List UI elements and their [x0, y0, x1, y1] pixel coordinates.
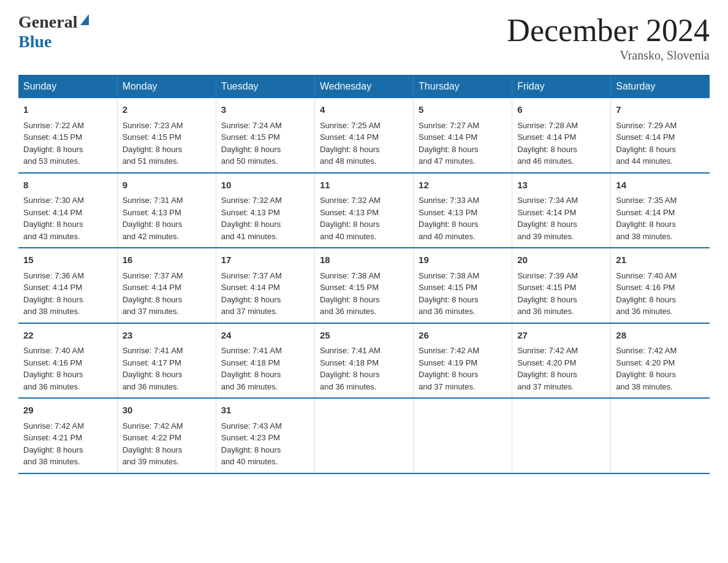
day-number: 8	[23, 178, 112, 193]
calendar-cell: 24 Sunrise: 7:41 AMSunset: 4:18 PMDaylig…	[216, 323, 314, 399]
calendar-cell: 2 Sunrise: 7:23 AMSunset: 4:15 PMDayligh…	[117, 98, 216, 173]
calendar-cell: 5 Sunrise: 7:27 AMSunset: 4:14 PMDayligh…	[414, 98, 512, 173]
day-number: 11	[320, 178, 408, 193]
calendar-cell: 25 Sunrise: 7:41 AMSunset: 4:18 PMDaylig…	[314, 323, 413, 399]
day-info: Sunrise: 7:41 AMSunset: 4:17 PMDaylight:…	[123, 346, 183, 391]
day-number: 13	[517, 178, 605, 193]
day-number: 12	[419, 178, 507, 193]
logo-blue-text: Blue	[18, 32, 51, 51]
day-info: Sunrise: 7:42 AMSunset: 4:22 PMDaylight:…	[123, 421, 183, 467]
day-info: Sunrise: 7:38 AMSunset: 4:15 PMDaylight:…	[320, 271, 381, 316]
calendar-cell: 4 Sunrise: 7:25 AMSunset: 4:14 PMDayligh…	[314, 98, 413, 173]
logo: General Blue	[18, 12, 89, 52]
calendar-cell: 29 Sunrise: 7:42 AMSunset: 4:21 PMDaylig…	[18, 398, 117, 473]
calendar-cell	[314, 398, 413, 473]
day-number: 25	[320, 329, 408, 343]
weekday-header-tuesday: Tuesday	[216, 75, 314, 98]
day-number: 7	[616, 103, 705, 117]
day-info: Sunrise: 7:27 AMSunset: 4:14 PMDaylight:…	[419, 121, 479, 166]
day-number: 20	[517, 253, 605, 267]
calendar-cell	[414, 398, 512, 473]
day-info: Sunrise: 7:41 AMSunset: 4:18 PMDaylight:…	[221, 346, 282, 391]
day-info: Sunrise: 7:30 AMSunset: 4:14 PMDaylight:…	[23, 196, 84, 241]
calendar-cell: 3 Sunrise: 7:24 AMSunset: 4:15 PMDayligh…	[216, 98, 314, 173]
calendar-cell: 15 Sunrise: 7:36 AMSunset: 4:14 PMDaylig…	[18, 248, 117, 323]
calendar-cell: 23 Sunrise: 7:41 AMSunset: 4:17 PMDaylig…	[117, 323, 216, 399]
day-info: Sunrise: 7:40 AMSunset: 4:16 PMDaylight:…	[616, 271, 677, 316]
weekday-header-friday: Friday	[512, 75, 611, 98]
day-info: Sunrise: 7:28 AMSunset: 4:14 PMDaylight:…	[517, 121, 578, 166]
page-header: General Blue December 2024 Vransko, Slov…	[18, 12, 710, 63]
calendar-cell: 11 Sunrise: 7:32 AMSunset: 4:13 PMDaylig…	[314, 173, 413, 248]
calendar-cell: 30 Sunrise: 7:42 AMSunset: 4:22 PMDaylig…	[117, 398, 216, 473]
day-number: 6	[517, 103, 605, 117]
calendar-cell: 6 Sunrise: 7:28 AMSunset: 4:14 PMDayligh…	[512, 98, 611, 173]
location-label: Vransko, Slovenia	[507, 48, 710, 63]
calendar-cell: 21 Sunrise: 7:40 AMSunset: 4:16 PMDaylig…	[611, 248, 710, 323]
day-number: 16	[123, 253, 211, 267]
calendar-cell: 7 Sunrise: 7:29 AMSunset: 4:14 PMDayligh…	[611, 98, 710, 173]
calendar-cell: 28 Sunrise: 7:42 AMSunset: 4:20 PMDaylig…	[611, 323, 710, 399]
calendar-week-row: 29 Sunrise: 7:42 AMSunset: 4:21 PMDaylig…	[18, 398, 710, 473]
day-info: Sunrise: 7:40 AMSunset: 4:16 PMDaylight:…	[23, 346, 84, 391]
day-number: 29	[23, 404, 112, 418]
calendar-week-row: 1 Sunrise: 7:22 AMSunset: 4:15 PMDayligh…	[18, 98, 710, 173]
day-info: Sunrise: 7:33 AMSunset: 4:13 PMDaylight:…	[419, 196, 479, 241]
day-number: 26	[419, 329, 507, 343]
calendar-cell: 13 Sunrise: 7:34 AMSunset: 4:14 PMDaylig…	[512, 173, 611, 248]
day-number: 22	[23, 329, 112, 343]
day-info: Sunrise: 7:41 AMSunset: 4:18 PMDaylight:…	[320, 346, 381, 391]
day-info: Sunrise: 7:42 AMSunset: 4:19 PMDaylight:…	[419, 346, 479, 391]
day-info: Sunrise: 7:24 AMSunset: 4:15 PMDaylight:…	[221, 121, 282, 166]
title-area: December 2024 Vransko, Slovenia	[507, 12, 710, 63]
calendar-header-row: SundayMondayTuesdayWednesdayThursdayFrid…	[18, 75, 710, 98]
month-title: December 2024	[507, 12, 710, 48]
day-number: 2	[123, 103, 211, 117]
calendar-cell: 18 Sunrise: 7:38 AMSunset: 4:15 PMDaylig…	[314, 248, 413, 323]
day-info: Sunrise: 7:38 AMSunset: 4:15 PMDaylight:…	[419, 271, 479, 316]
day-info: Sunrise: 7:32 AMSunset: 4:13 PMDaylight:…	[320, 196, 381, 241]
calendar-cell: 20 Sunrise: 7:39 AMSunset: 4:15 PMDaylig…	[512, 248, 611, 323]
calendar-cell: 31 Sunrise: 7:43 AMSunset: 4:23 PMDaylig…	[216, 398, 314, 473]
day-info: Sunrise: 7:32 AMSunset: 4:13 PMDaylight:…	[221, 196, 282, 241]
day-info: Sunrise: 7:42 AMSunset: 4:20 PMDaylight:…	[517, 346, 578, 391]
calendar-cell: 1 Sunrise: 7:22 AMSunset: 4:15 PMDayligh…	[18, 98, 117, 173]
day-info: Sunrise: 7:23 AMSunset: 4:15 PMDaylight:…	[123, 121, 183, 166]
day-number: 4	[320, 103, 408, 117]
calendar-week-row: 8 Sunrise: 7:30 AMSunset: 4:14 PMDayligh…	[18, 173, 710, 248]
day-number: 15	[23, 253, 112, 267]
logo-general-text: General	[18, 12, 77, 32]
day-number: 24	[221, 329, 309, 343]
day-number: 17	[221, 253, 309, 267]
calendar-table: SundayMondayTuesdayWednesdayThursdayFrid…	[18, 75, 710, 474]
day-info: Sunrise: 7:42 AMSunset: 4:21 PMDaylight:…	[23, 421, 84, 467]
day-info: Sunrise: 7:35 AMSunset: 4:14 PMDaylight:…	[616, 196, 677, 241]
day-number: 23	[123, 329, 211, 343]
day-number: 9	[123, 178, 211, 193]
calendar-cell	[512, 398, 611, 473]
calendar-cell: 26 Sunrise: 7:42 AMSunset: 4:19 PMDaylig…	[414, 323, 512, 399]
day-info: Sunrise: 7:37 AMSunset: 4:14 PMDaylight:…	[123, 271, 183, 316]
calendar-cell: 27 Sunrise: 7:42 AMSunset: 4:20 PMDaylig…	[512, 323, 611, 399]
day-info: Sunrise: 7:29 AMSunset: 4:14 PMDaylight:…	[616, 121, 677, 166]
day-info: Sunrise: 7:31 AMSunset: 4:13 PMDaylight:…	[123, 196, 183, 241]
calendar-week-row: 22 Sunrise: 7:40 AMSunset: 4:16 PMDaylig…	[18, 323, 710, 399]
day-info: Sunrise: 7:34 AMSunset: 4:14 PMDaylight:…	[517, 196, 578, 241]
day-number: 31	[221, 404, 309, 418]
calendar-cell: 19 Sunrise: 7:38 AMSunset: 4:15 PMDaylig…	[414, 248, 512, 323]
day-number: 10	[221, 178, 309, 193]
weekday-header-wednesday: Wednesday	[314, 75, 413, 98]
calendar-cell: 9 Sunrise: 7:31 AMSunset: 4:13 PMDayligh…	[117, 173, 216, 248]
calendar-cell: 12 Sunrise: 7:33 AMSunset: 4:13 PMDaylig…	[414, 173, 512, 248]
weekday-header-saturday: Saturday	[611, 75, 710, 98]
day-info: Sunrise: 7:37 AMSunset: 4:14 PMDaylight:…	[221, 271, 282, 316]
calendar-cell: 17 Sunrise: 7:37 AMSunset: 4:14 PMDaylig…	[216, 248, 314, 323]
calendar-week-row: 15 Sunrise: 7:36 AMSunset: 4:14 PMDaylig…	[18, 248, 710, 323]
day-number: 19	[419, 253, 507, 267]
logo-triangle-icon	[80, 14, 89, 25]
calendar-cell: 22 Sunrise: 7:40 AMSunset: 4:16 PMDaylig…	[18, 323, 117, 399]
calendar-cell: 14 Sunrise: 7:35 AMSunset: 4:14 PMDaylig…	[611, 173, 710, 248]
day-number: 21	[616, 253, 705, 267]
calendar-cell	[611, 398, 710, 473]
day-number: 14	[616, 178, 705, 193]
